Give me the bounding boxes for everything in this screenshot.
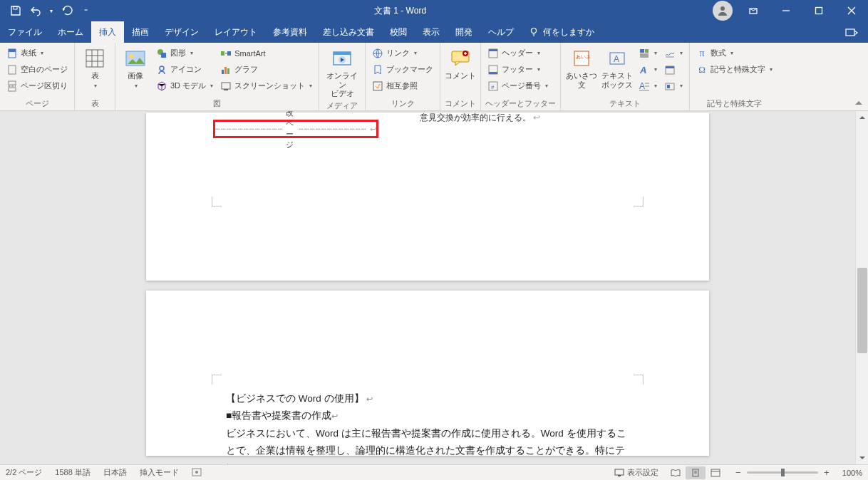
minimize-button[interactable] — [770, 0, 802, 21]
svg-rect-8 — [9, 49, 16, 52]
scroll-up-button[interactable] — [856, 111, 868, 124]
print-layout-button[interactable] — [686, 466, 706, 479]
svg-point-61 — [195, 471, 198, 474]
ribbon: 表紙▾ 空白のページ ページ区切り ページ 表▾ 表 画像▾ 図形▾ アイコン … — [0, 43, 868, 111]
blank-page-button[interactable]: 空白のページ — [4, 62, 70, 77]
chart-button[interactable]: グラフ — [218, 62, 314, 77]
insert-mode[interactable]: 挿入モード — [140, 467, 179, 478]
redo-icon[interactable] — [61, 5, 73, 16]
ribbon-collapse-button[interactable] — [852, 97, 865, 110]
svg-rect-34 — [373, 82, 382, 90]
link-button[interactable]: リンク▾ — [370, 46, 435, 61]
svg-rect-4 — [816, 8, 822, 14]
symbol-button[interactable]: Ω記号と特殊文字▾ — [694, 62, 775, 77]
tab-draw[interactable]: 描画 — [124, 21, 157, 43]
equation-button[interactable]: π数式▾ — [694, 46, 775, 61]
svg-point-22 — [160, 66, 164, 71]
header-button[interactable]: ヘッダー▾ — [485, 46, 550, 61]
svg-rect-6 — [846, 29, 854, 36]
footer-button[interactable]: フッター▾ — [485, 62, 550, 77]
svg-rect-49 — [640, 53, 649, 58]
user-account-button[interactable] — [713, 1, 733, 21]
online-video-button[interactable]: オンライン ビデオ — [324, 46, 361, 98]
tell-me-search[interactable]: 何をしますか — [522, 26, 594, 38]
object-button[interactable]: ▾ — [662, 78, 685, 93]
tab-review[interactable]: 校閲 — [382, 21, 415, 43]
scroll-thumb[interactable] — [857, 268, 867, 353]
undo-dropdown-icon[interactable]: ▾ — [50, 8, 53, 14]
svg-point-19 — [129, 54, 133, 58]
undo-icon[interactable] — [30, 5, 41, 16]
dropcap-button[interactable]: A▾ — [636, 78, 659, 93]
datetime-button[interactable] — [662, 62, 685, 77]
bookmark-button[interactable]: ブックマーク — [370, 62, 435, 77]
tab-developer[interactable]: 開発 — [448, 21, 480, 43]
window-title: 文書 1 - Word — [88, 5, 713, 17]
signature-line-button[interactable]: ▾ — [662, 46, 685, 61]
svg-rect-28 — [222, 83, 230, 89]
page-1[interactable]: 複数人でのレビューにおいて、編集内容の追跡や意見交換が効率的に行える。 ↩ ┄┄… — [146, 113, 709, 281]
scroll-down-button[interactable] — [856, 452, 868, 464]
language-status[interactable]: 日本語 — [103, 467, 127, 478]
tab-layout[interactable]: レイアウト — [207, 21, 265, 43]
table-button[interactable]: 表▾ — [79, 46, 110, 89]
vertical-scrollbar[interactable] — [855, 111, 868, 464]
svg-point-5 — [532, 28, 537, 33]
title-bar: ▾ ⁼ 文書 1 - Word — [0, 0, 868, 21]
ribbon-tabs: ファイル ホーム 挿入 描画 デザイン レイアウト 参考資料 差し込み文書 校閲… — [0, 21, 868, 43]
page-break-button[interactable]: ページ区切り — [4, 78, 70, 93]
word-count[interactable]: 1588 単語 — [55, 467, 91, 478]
svg-rect-63 — [618, 475, 621, 476]
page-2-content: 【ビジネスでの Word の使用】 ↩ ■報告書や提案書の作成↩ ビジネスにおい… — [226, 390, 629, 464]
zoom-controls: − + 100% — [733, 467, 862, 478]
tab-help[interactable]: ヘルプ — [480, 21, 522, 43]
page-status[interactable]: 2/2 ページ — [6, 467, 42, 478]
maximize-button[interactable] — [802, 0, 835, 21]
tab-references[interactable]: 参考資料 — [265, 21, 315, 43]
textbox-button[interactable]: A テキスト ボックス — [601, 46, 634, 89]
shapes-button[interactable]: 図形▾ — [154, 46, 215, 61]
page-number-button[interactable]: #ページ番号▾ — [485, 78, 550, 93]
svg-rect-24 — [227, 51, 231, 56]
status-bar: 2/2 ページ 1588 単語 日本語 挿入モード 表示設定 − + 100% — [0, 464, 868, 480]
group-comments: コメント コメント — [440, 43, 481, 110]
tab-insert[interactable]: 挿入 — [91, 21, 124, 43]
svg-rect-62 — [615, 469, 624, 475]
cover-page-button[interactable]: 表紙▾ — [4, 46, 70, 61]
3dmodel-button[interactable]: 3D モデル▾ — [154, 78, 215, 93]
smartart-button[interactable]: SmartArt — [218, 46, 314, 61]
zoom-out-button[interactable]: − — [733, 467, 744, 478]
crossref-button[interactable]: 相互参照 — [370, 78, 435, 93]
ribbon-options-button[interactable] — [737, 0, 770, 21]
quick-parts-button[interactable]: ▾ — [636, 46, 659, 61]
tab-view[interactable]: 表示 — [415, 21, 448, 43]
zoom-level[interactable]: 100% — [842, 469, 862, 477]
close-button[interactable] — [835, 0, 868, 21]
tab-mailings[interactable]: 差し込み文書 — [315, 21, 382, 43]
svg-rect-13 — [86, 50, 103, 67]
tab-file[interactable]: ファイル — [0, 21, 50, 43]
zoom-in-button[interactable]: + — [821, 467, 832, 478]
page-2[interactable]: 【ビジネスでの Word の使用】 ↩ ■報告書や提案書の作成↩ ビジネスにおい… — [146, 291, 709, 456]
svg-text:あいさつ: あいさつ — [576, 54, 591, 60]
wordart-button[interactable]: A▾ — [636, 62, 659, 77]
screenshot-button[interactable]: スクリーンショット▾ — [218, 78, 314, 93]
tab-design[interactable]: デザイン — [157, 21, 207, 43]
greeting-button[interactable]: あいさつ あいさつ 文 — [565, 46, 598, 89]
zoom-slider[interactable] — [747, 471, 818, 474]
share-button[interactable] — [835, 27, 868, 37]
icons-button[interactable]: アイコン — [154, 62, 215, 77]
comment-button[interactable]: コメント — [445, 46, 476, 80]
svg-rect-23 — [221, 51, 224, 56]
tab-home[interactable]: ホーム — [50, 21, 91, 43]
svg-rect-48 — [645, 49, 649, 53]
svg-text:A: A — [639, 81, 645, 91]
display-settings-button[interactable]: 表示設定 — [614, 467, 658, 478]
macro-recorder-icon[interactable] — [192, 468, 202, 478]
group-links: リンク▾ ブックマーク 相互参照 リンク — [366, 43, 440, 110]
save-icon[interactable] — [10, 5, 21, 16]
svg-rect-10 — [9, 81, 16, 85]
read-mode-button[interactable] — [666, 466, 686, 479]
web-layout-button[interactable] — [706, 466, 725, 479]
image-button[interactable]: 画像▾ — [120, 46, 151, 89]
